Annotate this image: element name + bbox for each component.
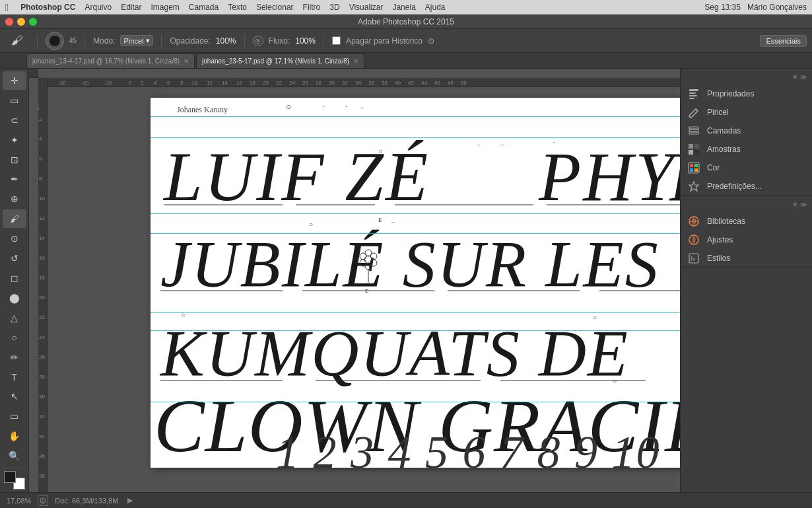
menu-3d[interactable]: 3D [329, 3, 339, 12]
essentials-button[interactable]: Essenciais [760, 35, 807, 47]
eyedropper-tool[interactable]: ✒ [3, 170, 26, 189]
tab-1[interactable]: johanes_13-4-17.psd @ 16,7% (Níveis 1, C… [26, 54, 195, 68]
toolbar-sep2 [85, 34, 85, 48]
move-tool[interactable]: ✛ [3, 71, 26, 90]
guide-line2 [151, 137, 680, 138]
svg-rect-101 [689, 144, 693, 149]
mode-dropdown[interactable]: Pincel ▾ [120, 35, 153, 46]
color-swatches[interactable] [4, 471, 25, 490]
panel-top-expand[interactable]: ≫ [800, 73, 807, 81]
status-arrow[interactable]: ▶ [127, 496, 133, 505]
svg-rect-93 [689, 89, 698, 91]
eraser-tool[interactable]: ◻ [3, 269, 26, 287]
blur-tool[interactable]: △ [3, 308, 26, 327]
tab-2[interactable]: johanes_23-5-17.psd @ 17,1% (Níveis 1, C… [196, 54, 364, 68]
adjustments-panel-item[interactable]: Ajustes [681, 231, 812, 249]
styles-panel-item[interactable]: fx Estilos [681, 249, 812, 268]
svg-rect-95 [689, 95, 697, 96]
menu-editar[interactable]: Editar [121, 3, 141, 12]
zoom-tool[interactable]: 🔍 [3, 447, 26, 465]
toolbar-sep3 [161, 34, 162, 48]
presets-panel-item[interactable]: Predefinições... [681, 177, 812, 196]
svg-text:.: . [477, 139, 479, 147]
toolbar-separator [37, 34, 38, 48]
properties-panel-item[interactable]: Propriedades [681, 85, 812, 103]
menu-arquivo[interactable]: Arquivo [85, 3, 112, 12]
path-selection-tool[interactable]: ↖ [3, 388, 26, 406]
svg-text:Johanes Karuny: Johanes Karuny [177, 105, 228, 114]
tabs-bar: johanes_13-4-17.psd @ 16,7% (Níveis 1, C… [0, 53, 812, 69]
svg-rect-104 [694, 150, 699, 155]
brush-preview[interactable] [46, 32, 64, 50]
menu-imagem[interactable]: Imagem [151, 3, 180, 12]
brush-panel-label: Pincel [707, 108, 729, 117]
mode-label: Modo: [93, 36, 115, 46]
lasso-tool[interactable]: ⊂ [3, 111, 26, 129]
brush-panel-item[interactable]: Pincel [681, 103, 812, 122]
menubar-right: Seg 13:35 Mário Gonçalves [704, 3, 807, 12]
libraries-panel-item[interactable]: Bibliotecas [681, 212, 812, 231]
brush-tool[interactable]: 🖌 [3, 209, 26, 228]
flow-value: 100% [295, 36, 316, 46]
svg-text:○: ○ [593, 314, 597, 321]
menu-camada[interactable]: Camada [189, 3, 219, 12]
maximize-button[interactable] [29, 18, 37, 26]
adjustments-label: Ajustes [707, 235, 733, 244]
pen-tool[interactable]: ✏ [3, 348, 26, 367]
guide-line6 [151, 330, 680, 331]
menu-filtro[interactable]: Filtro [303, 3, 321, 12]
doc-info-icon[interactable] [38, 495, 48, 506]
svg-rect-103 [689, 150, 693, 155]
marquee-tool[interactable]: ▭ [3, 91, 26, 110]
shape-tool[interactable]: ▭ [3, 407, 26, 425]
svg-rect-99 [689, 129, 698, 131]
crop-tool[interactable]: ⊡ [3, 151, 26, 169]
svg-marker-110 [689, 182, 698, 191]
canvas-workspace[interactable]: Johanes Karuny ○ . . _ LUIF ZÉ PHY R ○ .… [38, 78, 680, 492]
presets-label: Predefinições... [707, 182, 762, 191]
layers-panel-item[interactable]: Camadas [681, 122, 812, 140]
opacity-label: Opacidade: [170, 36, 210, 46]
erase-checkbox[interactable] [332, 36, 341, 45]
svg-rect-100 [689, 127, 698, 129]
brush-tool-icon[interactable]: 🖌 [5, 32, 29, 50]
tab-2-close[interactable]: ✕ [353, 57, 358, 65]
panel-bottom-close[interactable]: ✕ [792, 201, 797, 208]
flow-label: Fluxo: [269, 36, 290, 46]
tab-1-close[interactable]: ✕ [184, 57, 189, 65]
menu-visualizar[interactable]: Visualizar [349, 3, 384, 12]
libraries-label: Bibliotecas [707, 217, 745, 226]
menu-janela[interactable]: Janela [392, 3, 415, 12]
text-tool[interactable]: T [3, 368, 26, 386]
minimize-button[interactable] [17, 18, 25, 26]
svg-text:JUBILÉ SUR LES: JUBILÉ SUR LES [160, 227, 660, 301]
swatches-label: Amostras [707, 145, 741, 154]
magic-wand-tool[interactable]: ✦ [3, 131, 26, 149]
color-panel-item[interactable]: Cor [681, 159, 812, 177]
menu-texto[interactable]: Texto [228, 3, 247, 12]
dodge-tool[interactable]: ○ [3, 328, 26, 347]
guide-top [151, 116, 680, 117]
svg-rect-109 [694, 168, 698, 172]
properties-icon [687, 87, 700, 100]
panel-top-close[interactable]: ✕ [792, 73, 797, 81]
svg-text:PHY: PHY [538, 138, 680, 215]
hand-tool[interactable]: ✋ [3, 427, 26, 445]
history-brush-tool[interactable]: ↺ [3, 249, 26, 268]
menu-ajuda[interactable]: Ajuda [425, 3, 446, 12]
panel-top-group: ✕ ≫ Propriedades Pincel Camadas [681, 69, 812, 196]
swatches-icon [687, 143, 700, 156]
svg-line-97 [696, 109, 698, 111]
panel-bottom-expand[interactable]: ≫ [800, 201, 807, 208]
svg-rect-108 [690, 168, 693, 172]
swatches-panel-item[interactable]: Amostras [681, 140, 812, 159]
healing-tool[interactable]: ⊕ [3, 190, 26, 208]
gradient-tool[interactable]: ⬤ [3, 289, 26, 307]
close-button[interactable] [5, 18, 13, 26]
svg-text:.: . [345, 100, 347, 109]
toolbox: ✛ ▭ ⊂ ✦ ⊡ ✒ ⊕ 🖌 ⊙ ↺ ◻ ⬤ △ ○ ✏ T ↖ ▭ ✋ 🔍 [0, 69, 29, 492]
adjustments-icon [687, 233, 700, 246]
menu-selecionar[interactable]: Selecionar [256, 3, 294, 12]
toolbar-sep5 [323, 34, 324, 48]
stamp-tool[interactable]: ⊙ [3, 229, 26, 248]
